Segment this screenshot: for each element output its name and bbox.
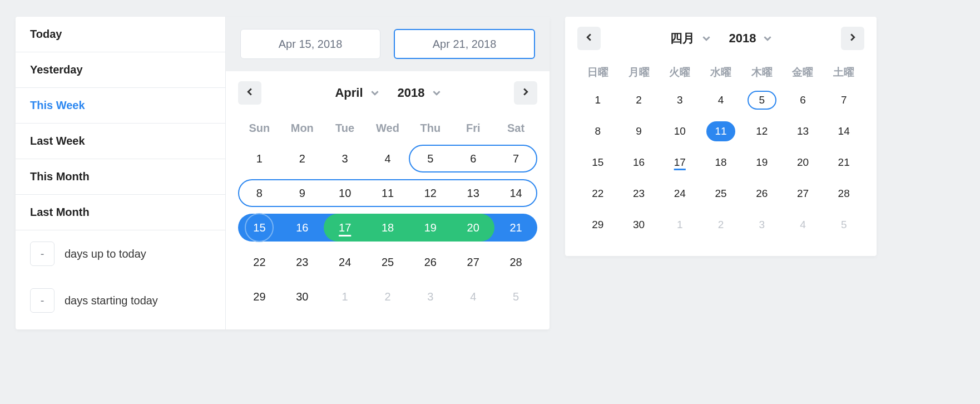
calendar-day[interactable]: 24 [324,245,367,279]
chevron-right-icon [849,33,857,43]
next-month-button[interactable] [841,27,864,50]
calendar-day[interactable]: 12 [741,116,783,147]
calendar-day[interactable]: 9 [618,116,660,147]
calendar-day[interactable]: 18 [700,147,741,178]
calendar-day[interactable]: 28 [494,245,537,279]
prev-month-button[interactable] [238,81,261,105]
calendar-day[interactable]: 14 [494,176,537,210]
calendar-day[interactable]: 11 [700,116,741,147]
chevron-down-icon [764,31,771,46]
calendar-day[interactable]: 15 [238,210,281,245]
calendar-week-row: 891011121314 [238,176,537,210]
calendar-day[interactable]: 7 [494,141,537,176]
year-select[interactable]: 2018 [729,31,772,46]
calendar-day[interactable]: 29 [577,209,618,240]
calendar-day[interactable]: 5 [741,85,783,116]
year-select[interactable]: 2018 [398,86,440,100]
calendar-day[interactable]: 28 [823,178,864,209]
date-range-picker: Today Yesterday This Week Last Week This… [16,17,550,329]
calendar-day[interactable]: 30 [618,209,660,240]
calendar-day[interactable]: 2 [281,141,324,176]
month-label: April [335,86,363,100]
calendar-day[interactable]: 15 [577,147,618,178]
calendar-day[interactable]: 4 [700,85,741,116]
calendar-day[interactable]: 1 [577,85,618,116]
weekday-header: 月曜 [618,60,660,85]
calendar-day[interactable]: 12 [409,176,452,210]
next-month-button[interactable] [514,81,537,105]
calendar-area: Apr 15, 2018 Apr 21, 2018 April 2018 [226,17,550,329]
calendar-day[interactable]: 4 [783,209,824,240]
calendar-day[interactable]: 2 [700,209,741,240]
calendar-day[interactable]: 23 [281,245,324,279]
calendar-day[interactable]: 9 [281,176,324,210]
calendar-day[interactable]: 1 [659,209,700,240]
date-inputs: Apr 15, 2018 Apr 21, 2018 [226,17,550,71]
calendar-day[interactable]: 27 [452,245,494,279]
chevron-right-icon [522,88,529,98]
days-up-to-input[interactable]: - [30,242,55,266]
preset-list: Today Yesterday This Week Last Week This… [16,17,226,329]
calendar-day[interactable]: 14 [823,116,864,147]
calendar-day[interactable]: 2 [367,279,409,314]
month-select[interactable]: April [335,86,378,100]
weekday-header: Sat [494,115,537,141]
month-select[interactable]: 四月 [670,30,710,47]
calendar-day[interactable]: 8 [238,176,281,210]
preset-yesterday[interactable]: Yesterday [16,52,225,88]
calendar-day[interactable]: 10 [659,116,700,147]
calendar-day[interactable]: 22 [577,178,618,209]
calendar-day[interactable]: 1 [238,141,281,176]
weekday-header: 土曜 [823,60,864,85]
calendar-day[interactable]: 26 [741,178,783,209]
end-date-input[interactable]: Apr 21, 2018 [394,29,535,59]
calendar-day[interactable]: 7 [823,85,864,116]
calendar-day[interactable]: 16 [618,147,660,178]
start-date-input[interactable]: Apr 15, 2018 [240,29,380,59]
calendar-day[interactable]: 16 [281,210,324,245]
calendar-day[interactable]: 22 [238,245,281,279]
calendar-day[interactable]: 5 [494,279,537,314]
year-label: 2018 [398,86,425,100]
calendar-day[interactable]: 27 [783,178,824,209]
calendar-day[interactable]: 25 [367,245,409,279]
calendar-nav: April 2018 [238,81,537,105]
calendar-day[interactable]: 1 [324,279,367,314]
calendar-day[interactable]: 3 [741,209,783,240]
preset-this-week[interactable]: This Week [16,88,225,124]
calendar-day[interactable]: 6 [783,85,824,116]
calendar-day[interactable]: 13 [783,116,824,147]
calendar-day[interactable]: 3 [659,85,700,116]
prev-month-button[interactable] [577,27,601,50]
calendar-day[interactable]: 6 [452,141,494,176]
calendar-day[interactable]: 23 [618,178,660,209]
calendar-day[interactable]: 4 [452,279,494,314]
calendar-day[interactable]: 4 [367,141,409,176]
calendar-day[interactable]: 8 [577,116,618,147]
preset-last-month[interactable]: Last Month [16,195,225,230]
calendar-day[interactable]: 3 [324,141,367,176]
preset-today[interactable]: Today [16,17,225,52]
calendar-day[interactable]: 24 [659,178,700,209]
month-label: 四月 [670,30,695,47]
calendar-day[interactable]: 25 [700,178,741,209]
calendar-day[interactable]: 29 [238,279,281,314]
calendar-day[interactable]: 21 [494,210,537,245]
calendar-day[interactable]: 21 [823,147,864,178]
calendar-day[interactable]: 2 [618,85,660,116]
preset-this-month[interactable]: This Month [16,159,225,195]
calendar-day[interactable]: 13 [452,176,494,210]
calendar-day[interactable]: 5 [409,141,452,176]
calendar-day[interactable]: 17 [659,147,700,178]
preset-last-week[interactable]: Last Week [16,124,225,159]
calendar-day[interactable]: 26 [409,245,452,279]
calendar-week-row: 1234567 [238,141,537,176]
days-starting-input[interactable]: - [30,288,55,313]
calendar-day[interactable]: 20 [783,147,824,178]
calendar-day[interactable]: 30 [281,279,324,314]
calendar-day[interactable]: 11 [367,176,409,210]
calendar-day[interactable]: 5 [823,209,864,240]
calendar-day[interactable]: 10 [324,176,367,210]
calendar-day[interactable]: 3 [409,279,452,314]
calendar-day[interactable]: 19 [741,147,783,178]
